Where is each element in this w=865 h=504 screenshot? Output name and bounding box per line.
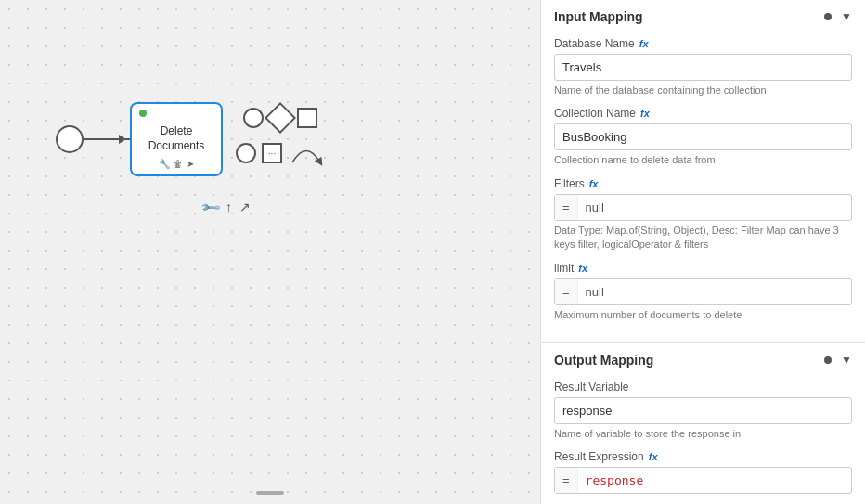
bpmn-start-event[interactable] <box>56 125 84 153</box>
collection-name-fx: fx <box>640 108 650 119</box>
gateway-group: ··· <box>236 107 325 172</box>
database-name-fx: fx <box>639 38 649 49</box>
gateway-diamond[interactable] <box>265 102 296 134</box>
arrow-icon: ➤ <box>187 159 194 169</box>
dots-icon: ··· <box>268 149 276 159</box>
filters-value[interactable]: null <box>578 195 851 220</box>
output-mapping-section: Output Mapping ▼ Result Variable Name of… <box>541 343 865 504</box>
collection-name-description: Collection name to delete data from <box>554 153 852 167</box>
input-mapping-section: Input Mapping ▼ Database Name fx Name of… <box>541 0 865 343</box>
wrench-icon: 🔧 <box>159 159 170 169</box>
delete-icon: 🗑 <box>174 159 183 169</box>
database-name-field: Database Name fx Name of the database co… <box>554 37 852 97</box>
properties-panel: Input Mapping ▼ Database Name fx Name of… <box>540 0 865 504</box>
task-icons: 🔧 🗑 ➤ <box>159 159 194 169</box>
filters-description: Data Type: Map.of(String, Object), Desc:… <box>554 224 852 252</box>
filters-expression: = null <box>554 194 852 221</box>
subprocess-icon[interactable]: ··· <box>262 143 282 163</box>
collection-name-input[interactable] <box>554 123 852 150</box>
limit-description: Maximum number of documents to delete <box>554 308 852 322</box>
wrench-tool-icon[interactable]: 🔧 <box>200 196 221 217</box>
collection-name-field: Collection Name fx Collection name to de… <box>554 107 852 167</box>
result-variable-label: Result Variable <box>554 381 852 394</box>
database-name-description: Name of the database containing the coll… <box>554 84 852 97</box>
task-label: Delete Documents <box>148 124 205 153</box>
loop-arrow-svg <box>288 135 325 172</box>
output-mapping-chevron: ▼ <box>841 354 852 367</box>
event-gateway-circle[interactable] <box>243 108 264 128</box>
output-mapping-title: Output Mapping <box>554 353 824 368</box>
database-name-label: Database Name fx <box>554 37 852 50</box>
arrow-up-icon[interactable]: ↑ <box>226 200 232 214</box>
task-status-dot <box>139 110 147 117</box>
bpmn-sequence-flow <box>84 138 130 140</box>
collection-name-label: Collection Name fx <box>554 107 852 120</box>
result-expression-field: Result Expression fx = response <box>554 450 852 494</box>
filters-eq: = <box>555 195 578 220</box>
result-expression-value[interactable]: response <box>578 468 851 493</box>
arrow-diag-icon[interactable]: ↗ <box>239 200 251 214</box>
output-mapping-body: Result Variable Name of variable to stor… <box>541 377 865 504</box>
filters-label: Filters fx <box>554 177 852 190</box>
limit-eq: = <box>555 279 578 304</box>
limit-field: limit fx = null Maximum number of docume… <box>554 262 852 322</box>
result-variable-description: Name of variable to store the response i… <box>554 427 852 441</box>
input-mapping-chevron: ▼ <box>841 10 852 23</box>
output-mapping-header[interactable]: Output Mapping ▼ <box>541 343 865 377</box>
input-mapping-title: Input Mapping <box>554 9 824 24</box>
input-mapping-dot <box>824 13 832 20</box>
filters-fx: fx <box>589 178 599 189</box>
bpmn-task-delete-documents[interactable]: Delete Documents 🔧 🗑 ➤ <box>130 102 223 176</box>
limit-label: limit fx <box>554 262 852 275</box>
output-mapping-dot <box>824 356 832 364</box>
result-expression-row: = response <box>554 467 852 494</box>
result-variable-input[interactable] <box>554 397 852 424</box>
bpmn-flow: Delete Documents 🔧 🗑 ➤ ··· <box>56 102 325 176</box>
task-square[interactable] <box>297 108 317 128</box>
result-expression-eq: = <box>555 468 578 493</box>
filters-field: Filters fx = null Data Type: Map.of(Stri… <box>554 177 852 252</box>
limit-expression: = null <box>554 278 852 305</box>
result-expression-label: Result Expression fx <box>554 450 852 463</box>
event-gateway-circle2[interactable] <box>236 143 256 163</box>
result-variable-field: Result Variable Name of variable to stor… <box>554 381 852 441</box>
database-name-input[interactable] <box>554 54 852 81</box>
result-expression-fx: fx <box>649 451 658 462</box>
scroll-indicators <box>256 491 284 495</box>
limit-value[interactable]: null <box>578 279 851 304</box>
context-tool-icons: 🔧 ↑ ↗ <box>202 200 251 214</box>
limit-fx: fx <box>578 263 587 274</box>
input-mapping-header[interactable]: Input Mapping ▼ <box>541 0 865 33</box>
bpmn-canvas: Delete Documents 🔧 🗑 ➤ ··· <box>0 0 540 504</box>
input-mapping-body: Database Name fx Name of the database co… <box>541 33 865 342</box>
